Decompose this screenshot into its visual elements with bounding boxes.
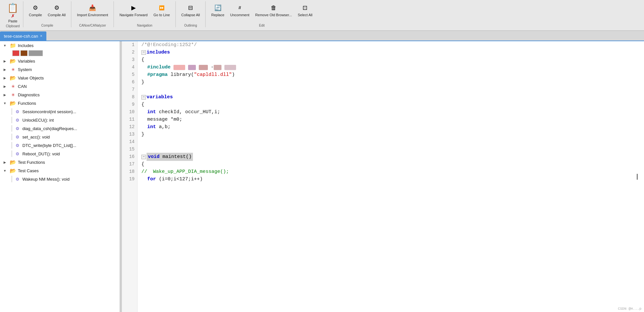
includes-icon-brown (20, 50, 28, 56)
code-editor[interactable]: 1 2 3 4 5 6 7 8 9 10 11 12 13 14 15 16 1… (122, 41, 644, 312)
paste-icon: 📋 (7, 3, 18, 13)
paste-button[interactable]: 📋 ✗ Paste (6, 2, 20, 24)
outlining-group-label: Outlining (184, 23, 197, 27)
code-content[interactable]: /*@!Encoding:1252*/ − includes { #includ… (137, 41, 644, 312)
functions-folder-icon: 📂 (10, 100, 16, 106)
expand-can-icon: ▶ (3, 84, 7, 89)
redacted-1 (173, 65, 185, 70)
test-functions-folder-icon: 📂 (10, 159, 16, 165)
code-text (141, 108, 147, 116)
sidebar-item-functions[interactable]: ▼ 📂 Functions (0, 99, 120, 107)
import-env-label: Import Environment (77, 13, 108, 17)
compile-label: Compile (29, 13, 42, 17)
sidebar-item-system[interactable]: ▶ ✳ System (0, 65, 120, 74)
code-text: a,b; (156, 123, 171, 131)
code-text: { (141, 56, 144, 64)
system-icon: ✳ (10, 66, 16, 73)
expand-variables-icon: ▶ (3, 59, 7, 63)
code-line-10: int checkId, occur_HUT,i; (141, 108, 640, 116)
sidebar-item-value-objects[interactable]: ▶ 📂 Value Objects (0, 74, 120, 82)
unlockECU-icon: ⚙ (14, 117, 21, 123)
go-to-line-icon: ⏩ (157, 3, 166, 12)
variables-label: Variables (18, 59, 35, 64)
code-line-12: int a,b; (141, 123, 640, 131)
compile-all-icon: ⚙ (52, 3, 61, 12)
wakeup-nm-icon: ⚙ (14, 176, 21, 182)
expand-functions-icon: ▼ (3, 101, 7, 105)
expand-test-cases-icon: ▼ (3, 168, 7, 173)
sidebar-item-unlockECU[interactable]: ⚙ UnlockECU(): int (0, 116, 120, 124)
toolbar: 📋 ✗ Paste Clipboard ⚙ Compile ⚙ Compile … (0, 0, 644, 31)
code-text: checkId, occur_HUT,i; (156, 108, 220, 116)
sidebar-item-variables[interactable]: ▶ 📂 Variables (0, 57, 120, 65)
compile-all-button[interactable]: ⚙ Compile All (45, 2, 68, 18)
sidebar-item-includes[interactable]: ▼ 📁 Includes (0, 41, 120, 50)
sidebar[interactable]: ▼ 📁 Includes ▶ 📂 Variables ▶ ✳ System ▶ (0, 41, 120, 312)
replace-button[interactable]: 🔄 Replace (209, 2, 226, 18)
set-acc-icon: ⚙ (14, 134, 21, 140)
code-text: for (147, 175, 156, 183)
code-line-17: { (141, 161, 640, 168)
expand-test-functions-icon: ▶ (3, 160, 7, 164)
fold-icon-8[interactable]: − (141, 95, 146, 100)
tab-close-button[interactable]: × (40, 34, 42, 38)
diag-data-csh-icon: ⚙ (14, 125, 21, 132)
canoe-group-label: CANoe/CANalyzer (79, 23, 106, 27)
main-layout: ▼ 📁 Includes ▶ 📂 Variables ▶ ✳ System ▶ (0, 41, 644, 312)
code-text (141, 138, 144, 146)
code-text (141, 146, 144, 153)
collapse-all-button[interactable]: ⊟ Collapse All (179, 2, 202, 18)
code-text: ) (232, 71, 235, 78)
code-text: (i=0;i<127;i++) (156, 175, 203, 183)
select-all-button[interactable]: ⊡ Select All (295, 2, 315, 18)
set-acc-label: set_acc(): void (22, 135, 50, 139)
sidebar-item-diag-data-csh[interactable]: ⚙ diag_data_csh(diagReques... (0, 124, 120, 133)
test-cases-label: Test Cases (18, 168, 39, 173)
compile-button[interactable]: ⚙ Compile (27, 2, 44, 18)
code-text: void maintest() (147, 153, 193, 161)
go-to-line-button[interactable]: ⏩ Go to Line (151, 2, 172, 18)
sidebar-item-test-functions[interactable]: ▶ 📂 Test Functions (0, 158, 120, 166)
sidebar-item-sessioncontrol[interactable]: ⚙ Sessioncontrol(int session)... (0, 107, 120, 116)
paste-x-icon: ✗ (11, 13, 15, 18)
navigate-forward-button[interactable]: ▶ Navigate Forward (117, 2, 150, 18)
sidebar-item-can[interactable]: ▶ ✳ CAN (0, 82, 120, 90)
code-text (221, 64, 224, 71)
sidebar-item-set-acc[interactable]: ⚙ set_acc(): void (0, 133, 120, 141)
diag-data-csh-label: diag_data_csh(diagReques... (22, 126, 77, 131)
code-text: int (147, 123, 156, 131)
tab-tese-case-csh[interactable]: tese-case-csh.can × (0, 31, 46, 41)
code-line-1: /*@!Encoding:1252*/ (141, 41, 640, 49)
code-text: - (208, 64, 214, 71)
expand-includes-icon: ▼ (3, 43, 7, 48)
go-to-line-label: Go to Line (153, 13, 170, 17)
dtc-write-label: DTC_write(byte DTC_List[]... (22, 143, 76, 148)
sidebar-item-dtc-write[interactable]: ⚙ DTC_write(byte DTC_List[]... (0, 141, 120, 150)
code-text (196, 64, 199, 71)
collapse-all-label: Collapse All (181, 13, 200, 17)
toolbar-group-edit: 🔄 Replace // Uncomment 🗑 Remove Old Brow… (206, 1, 318, 27)
value-objects-icon: 📂 (10, 75, 16, 81)
import-environment-button[interactable]: 📥 Import Environment (75, 2, 110, 18)
code-text: #include (147, 64, 171, 71)
uncomment-button[interactable]: // Uncomment (228, 2, 252, 18)
toolbar-group-outlining: ⊟ Collapse All Outlining (176, 1, 206, 27)
code-text: } (141, 131, 144, 138)
sessioncontrol-label: Sessioncontrol(int session)... (22, 109, 76, 114)
remove-browser-button[interactable]: 🗑 Remove Old Browser... (253, 2, 294, 18)
fold-icon-2[interactable]: − (141, 50, 146, 55)
includes-icon-red (12, 50, 19, 56)
wakeup-nm-label: Wakeup NM Mess(): void (22, 177, 69, 182)
fold-icon-16[interactable]: − (141, 155, 146, 159)
compile-icon: ⚙ (31, 3, 40, 12)
compile-group-label: Compile (41, 23, 53, 27)
code-text: int (147, 108, 156, 116)
value-objects-label: Value Objects (18, 76, 44, 80)
redacted-3 (199, 65, 208, 70)
sidebar-item-reboot-dut[interactable]: ⚙ Reboot_DUT(): void (0, 150, 120, 158)
replace-label: Replace (211, 13, 224, 17)
sidebar-item-test-cases[interactable]: ▼ 📂 Test Cases (0, 166, 120, 175)
diagnostics-icon: ✳ (10, 91, 16, 98)
sidebar-item-wakeup-nm[interactable]: ⚙ Wakeup NM Mess(): void (0, 175, 120, 183)
sidebar-item-diagnostics[interactable]: ▶ ✳ Diagnostics (0, 90, 120, 99)
